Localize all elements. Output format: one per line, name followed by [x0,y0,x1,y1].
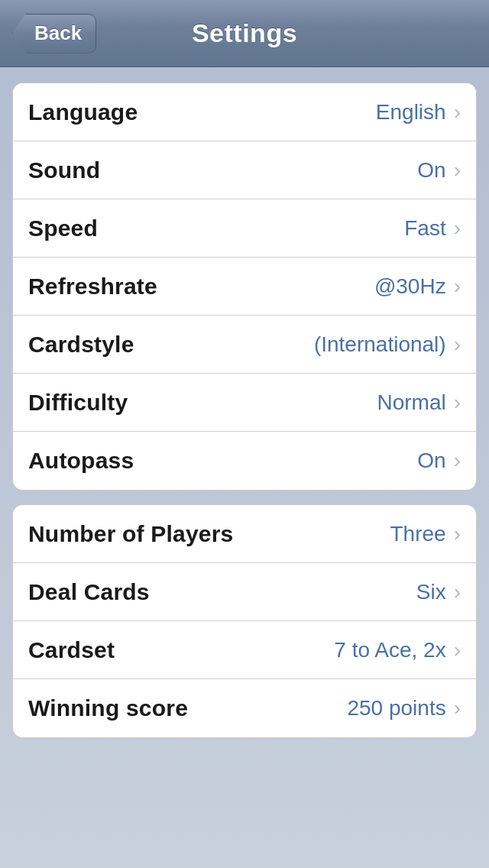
row-right: Three › [390,522,461,546]
row-value: 7 to Ace, 2x [334,638,445,662]
row-label: Deal Cards [28,579,150,605]
chevron-icon: › [454,274,461,299]
settings-row-winning-score[interactable]: Winning score 250 points › [13,679,476,737]
chevron-icon: › [454,332,461,357]
row-value: On [417,449,445,473]
row-label: Cardstyle [28,332,134,358]
row-value: English [376,100,446,125]
settings-row-number-of-players[interactable]: Number of Players Three › [13,505,476,563]
chevron-icon: › [454,449,461,473]
row-right: (International) › [314,332,461,357]
settings-group-1: Language English › Sound On › Speed Fast… [12,83,477,491]
settings-row-refreshrate[interactable]: Refreshrate @30Hz › [13,257,476,316]
row-right: On › [417,158,461,183]
row-right: Fast › [404,216,461,241]
row-value: (International) [314,332,446,357]
row-label: Number of Players [28,521,234,547]
settings-row-language[interactable]: Language English › [13,83,476,141]
chevron-icon: › [454,522,461,546]
chevron-icon: › [454,638,461,662]
row-right: English › [376,100,461,125]
chevron-icon: › [454,100,461,125]
row-right: @30Hz › [374,274,461,299]
row-value: Six [416,580,446,604]
chevron-icon: › [454,216,461,241]
row-right: 250 points › [347,696,461,721]
row-label: Cardset [28,637,115,663]
row-value: On [417,158,445,183]
row-right: On › [417,449,461,473]
nav-bar: Back Settings [0,0,489,67]
row-value: Three [390,522,446,546]
row-label: Difficulty [28,390,128,416]
page-title: Settings [192,18,297,48]
row-label: Refreshrate [28,274,157,300]
row-right: Six › [416,580,461,604]
row-value: Fast [404,216,445,241]
settings-row-deal-cards[interactable]: Deal Cards Six › [13,563,476,621]
chevron-icon: › [454,580,461,604]
row-label: Language [28,99,138,125]
row-right: Normal › [377,390,461,415]
settings-row-sound[interactable]: Sound On › [13,141,476,199]
row-value: 250 points [347,696,445,721]
settings-row-autopass[interactable]: Autopass On › [13,432,476,490]
row-label: Autopass [28,448,134,474]
row-value: @30Hz [374,274,446,299]
chevron-icon: › [454,390,461,415]
row-right: 7 to Ace, 2x › [334,638,461,662]
back-button[interactable]: Back [12,14,96,53]
chevron-icon: › [454,696,461,721]
settings-row-cardset[interactable]: Cardset 7 to Ace, 2x › [13,621,476,679]
row-value: Normal [377,390,445,415]
settings-row-speed[interactable]: Speed Fast › [13,199,476,257]
content-area: Language English › Sound On › Speed Fast… [0,67,489,753]
row-label: Speed [28,215,98,241]
row-label: Winning score [28,695,188,721]
settings-group-2: Number of Players Three › Deal Cards Six… [12,504,477,738]
settings-row-cardstyle[interactable]: Cardstyle (International) › [13,316,476,374]
settings-row-difficulty[interactable]: Difficulty Normal › [13,374,476,432]
chevron-icon: › [454,158,461,183]
row-label: Sound [28,157,100,183]
